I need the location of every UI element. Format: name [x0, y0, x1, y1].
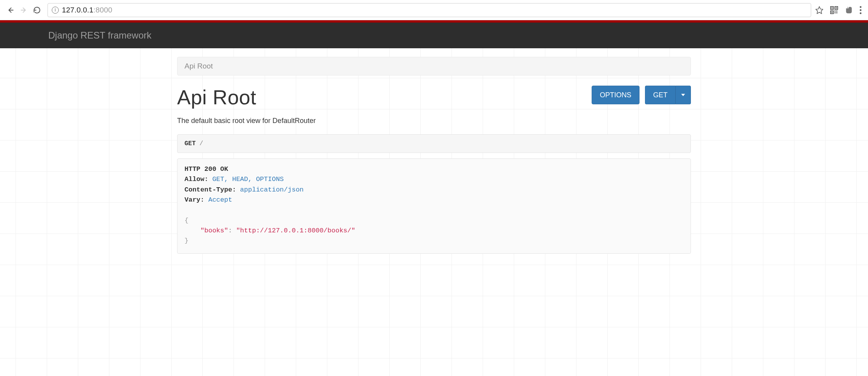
response-header-value: application/json: [240, 186, 304, 193]
evernote-extension-icon[interactable]: [845, 6, 853, 14]
svg-rect-9: [835, 10, 836, 11]
address-bar[interactable]: i 127.0.0.1:8000: [47, 3, 811, 17]
response-header-value: GET, HEAD, OPTIONS: [212, 176, 284, 183]
json-brace: }: [184, 237, 188, 244]
json-value: "http://127.0.0.1:8000/books/": [236, 227, 355, 234]
page-description: The default basic root view for DefaultR…: [177, 117, 691, 125]
request-bar: GET /: [177, 134, 691, 153]
json-key: "books": [200, 227, 228, 234]
response-header-name: Content-Type: [184, 186, 232, 193]
page-title: Api Root: [177, 86, 256, 109]
site-info-icon[interactable]: i: [52, 7, 59, 14]
response-header-name: Allow: [184, 176, 204, 183]
response-box: HTTP 200 OK Allow: GET, HEAD, OPTIONS Co…: [177, 158, 691, 254]
chevron-down-icon: [681, 94, 685, 96]
json-brace: {: [184, 217, 188, 224]
svg-rect-8: [831, 12, 833, 13]
response-header-name: Vary: [184, 196, 200, 204]
svg-rect-10: [836, 10, 838, 11]
reload-button[interactable]: [30, 4, 44, 17]
drf-header: Django REST framework: [0, 23, 868, 48]
toolbar-right-icons: [815, 6, 864, 14]
breadcrumb-item[interactable]: Api Root: [184, 62, 213, 70]
svg-rect-11: [835, 12, 836, 13]
bookmark-star-icon[interactable]: [815, 6, 824, 14]
svg-marker-2: [816, 6, 823, 13]
qr-code-icon[interactable]: [830, 6, 838, 14]
options-button[interactable]: OPTIONS: [592, 86, 640, 104]
svg-point-15: [860, 12, 862, 14]
svg-point-14: [860, 9, 862, 11]
json-link[interactable]: "http://127.0.0.1:8000/books/": [236, 227, 355, 234]
request-path: /: [199, 140, 203, 147]
action-button-group: OPTIONS GET: [592, 86, 691, 104]
svg-rect-6: [836, 7, 837, 9]
svg-rect-12: [836, 12, 838, 13]
svg-point-13: [860, 6, 862, 8]
brand-link[interactable]: Django REST framework: [48, 30, 151, 41]
get-button[interactable]: GET: [645, 86, 675, 104]
svg-rect-4: [831, 7, 833, 9]
back-button[interactable]: [4, 4, 17, 17]
request-method: GET: [184, 140, 196, 147]
response-status-line: HTTP 200 OK: [184, 165, 228, 173]
page-header-row: Api Root OPTIONS GET: [177, 86, 691, 109]
url-text: 127.0.0.1:8000: [62, 6, 112, 14]
browser-menu-icon[interactable]: [859, 6, 862, 14]
get-dropdown-button[interactable]: [675, 86, 691, 104]
browser-toolbar: i 127.0.0.1:8000: [0, 0, 868, 20]
get-button-group: GET: [645, 86, 691, 104]
main-container: Api Root Api Root OPTIONS GET The defaul…: [177, 57, 691, 254]
response-header-value: Accept: [208, 196, 232, 204]
breadcrumb: Api Root: [177, 57, 691, 76]
forward-button[interactable]: [17, 4, 30, 17]
